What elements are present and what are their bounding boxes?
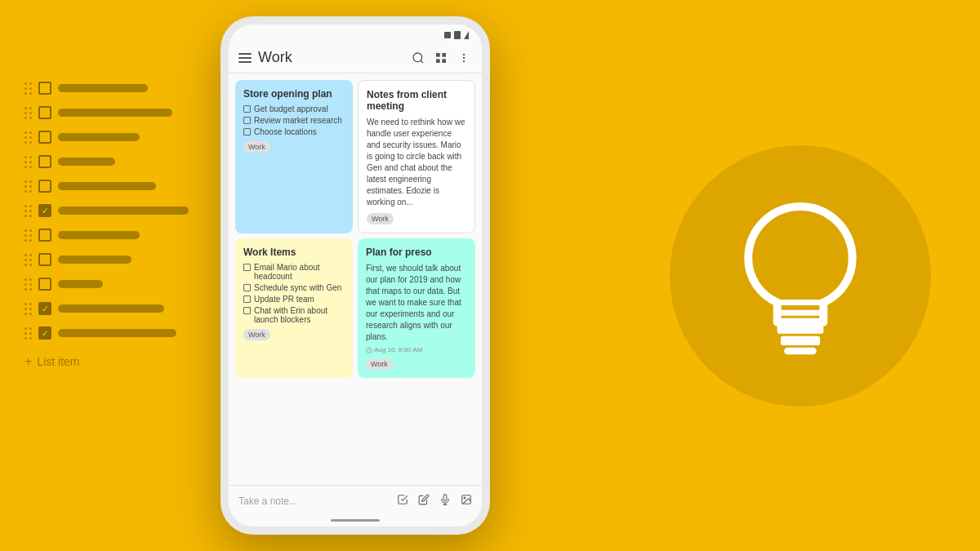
bottom-toolbar: Take a note... xyxy=(229,485,482,516)
app-title: Work xyxy=(258,49,403,66)
list-row-10 xyxy=(24,327,189,340)
note-store-opening[interactable]: Store opening plan Get budget approval R… xyxy=(235,80,353,233)
svg-point-12 xyxy=(464,497,466,499)
list-row-2 xyxy=(24,131,189,144)
list-checkbox-9[interactable] xyxy=(38,302,51,315)
lightbulb-decoration xyxy=(670,145,931,407)
list-checkbox-0[interactable] xyxy=(38,82,51,95)
svg-rect-15 xyxy=(784,347,817,354)
bottom-action-icons xyxy=(397,494,472,508)
list-bar-4 xyxy=(58,182,156,190)
signal-icon xyxy=(444,32,451,38)
list-checkbox-6[interactable] xyxy=(38,229,51,242)
note-title-store-opening: Store opening plan xyxy=(243,88,345,100)
drag-dots-2 xyxy=(24,131,32,144)
hamburger-line-3 xyxy=(238,61,252,63)
check-item-2: Review market research xyxy=(243,116,345,125)
svg-rect-1 xyxy=(436,53,440,57)
status-bar xyxy=(229,24,482,42)
svg-point-6 xyxy=(463,56,465,58)
list-checkbox-2[interactable] xyxy=(38,131,51,144)
list-row-5 xyxy=(24,204,189,217)
note-label-client-meeting: Work xyxy=(367,213,394,224)
list-checkbox-4[interactable] xyxy=(38,180,51,193)
note-title-client-meeting: Notes from client meeting xyxy=(367,89,466,112)
microphone-bottom-icon[interactable] xyxy=(439,494,451,508)
note-label-store-opening: Work xyxy=(243,141,270,153)
note-plan-preso[interactable]: Plan for preso First, we should talk abo… xyxy=(358,238,475,378)
lightbulb-icon xyxy=(731,194,870,358)
svg-point-5 xyxy=(463,53,465,55)
drag-dots-8 xyxy=(24,278,32,291)
note-title-plan-preso: Plan for preso xyxy=(366,247,467,258)
note-label-work-items: Work xyxy=(243,329,270,340)
image-bottom-icon[interactable] xyxy=(461,494,472,508)
list-checkbox-1[interactable] xyxy=(38,106,51,119)
list-bar-10 xyxy=(58,329,176,337)
work-check-item-1: Email Mario about headcount xyxy=(243,263,345,281)
layout-button[interactable] xyxy=(433,50,449,66)
svg-rect-13 xyxy=(777,324,824,333)
drag-dots-5 xyxy=(24,205,32,217)
list-bar-3 xyxy=(58,158,115,166)
svg-rect-3 xyxy=(436,59,440,63)
svg-rect-2 xyxy=(442,53,446,57)
list-checkbox-3[interactable] xyxy=(38,155,51,168)
drag-dots-10 xyxy=(24,327,32,340)
note-text-plan-preso: First, we should talk about our plan for… xyxy=(366,263,467,343)
drag-dots-4 xyxy=(24,180,32,193)
checkbox-2[interactable] xyxy=(243,117,251,124)
store-opening-checklist: Get budget approval Review market resear… xyxy=(243,104,345,136)
checkbox-1[interactable] xyxy=(243,105,251,113)
take-note-placeholder[interactable]: Take a note... xyxy=(238,495,390,507)
note-work-items[interactable]: Work Items Email Mario about headcount S… xyxy=(235,238,353,378)
note-label-plan-preso: Work xyxy=(366,358,393,370)
check-item-1: Get budget approval xyxy=(243,104,345,113)
header-action-icons xyxy=(410,50,472,66)
drag-dots-9 xyxy=(24,303,32,315)
list-row-0 xyxy=(24,82,189,95)
hamburger-menu-button[interactable] xyxy=(238,53,252,63)
svg-point-7 xyxy=(463,60,465,61)
work-items-checklist: Email Mario about headcount Schedule syn… xyxy=(243,263,345,324)
work-checkbox-4[interactable] xyxy=(243,307,251,314)
phone-mockup: Work xyxy=(220,16,490,535)
list-checkbox-5[interactable] xyxy=(38,204,51,217)
drag-dots-6 xyxy=(24,229,32,242)
svg-point-0 xyxy=(413,53,422,62)
search-button[interactable] xyxy=(410,50,426,66)
list-bar-2 xyxy=(58,133,140,141)
list-checkbox-10[interactable] xyxy=(38,327,51,340)
phone-screen: Work xyxy=(229,24,482,527)
list-row-7 xyxy=(24,253,189,266)
list-row-1 xyxy=(24,106,189,119)
checkbox-bottom-icon[interactable] xyxy=(397,494,408,508)
list-row-8 xyxy=(24,278,189,291)
work-checkbox-1[interactable] xyxy=(243,264,251,271)
lightbulb-circle xyxy=(670,145,931,407)
svg-rect-14 xyxy=(781,335,820,344)
pencil-bottom-icon[interactable] xyxy=(418,494,430,508)
add-list-item-row[interactable]: +List item xyxy=(24,354,189,369)
drag-dots-0 xyxy=(24,82,32,95)
wifi-icon xyxy=(454,31,461,39)
hamburger-line-2 xyxy=(238,57,252,59)
list-row-3 xyxy=(24,155,189,168)
list-checkbox-8[interactable] xyxy=(38,278,51,291)
drag-dots-7 xyxy=(24,254,32,266)
work-checkbox-2[interactable] xyxy=(243,284,251,291)
note-client-meeting[interactable]: Notes from client meeting We need to ret… xyxy=(358,80,475,233)
work-check-item-2: Schedule sync with Gen xyxy=(243,283,345,292)
note-text-client-meeting: We need to rethink how we handle user ex… xyxy=(367,117,466,208)
work-checkbox-3[interactable] xyxy=(243,295,251,303)
checkbox-3[interactable] xyxy=(243,128,251,136)
list-row-9 xyxy=(24,302,189,315)
list-bar-5 xyxy=(58,207,189,215)
list-bar-0 xyxy=(58,84,148,92)
work-check-item-4: Chat with Erin about launch blockers xyxy=(243,306,345,324)
list-checkbox-7[interactable] xyxy=(38,253,51,266)
home-indicator xyxy=(229,516,482,527)
list-bar-7 xyxy=(58,256,131,264)
more-options-button[interactable] xyxy=(456,50,472,66)
list-row-6 xyxy=(24,229,189,242)
